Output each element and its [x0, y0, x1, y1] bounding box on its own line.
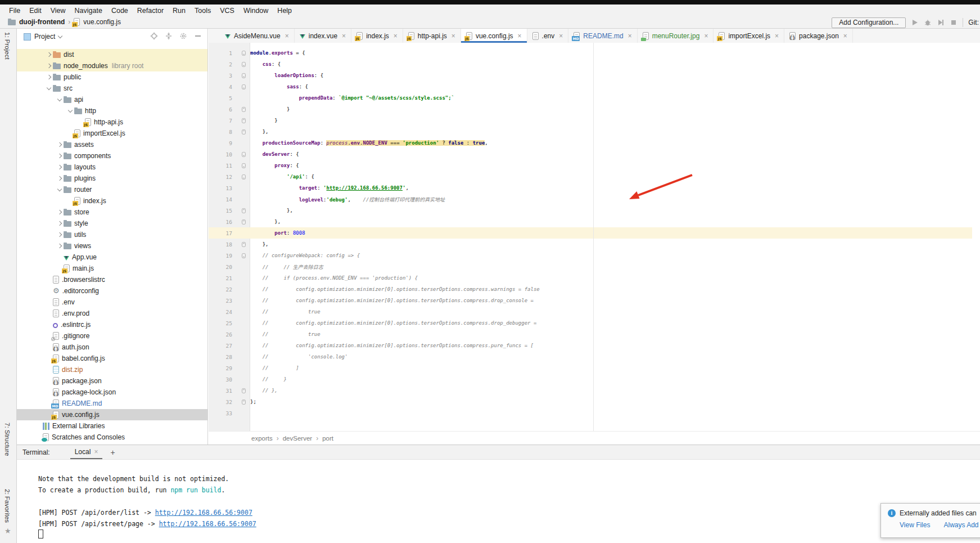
debug-icon[interactable]	[924, 19, 932, 26]
code-line[interactable]: 26 // true	[209, 329, 980, 340]
fold-marker-icon[interactable]	[237, 84, 250, 89]
code-line[interactable]: 15 },	[209, 205, 980, 216]
code-line[interactable]: 25 // config.optimization.minimizer[0].o…	[209, 317, 980, 329]
chevron-right-icon[interactable]	[56, 210, 64, 214]
tree-item-readme-md[interactable]: MDREADME.md	[17, 398, 207, 409]
terminal-tab-local[interactable]: Local ×	[70, 445, 103, 459]
code-line[interactable]: 29 // ]	[209, 362, 980, 374]
tree-item-assets[interactable]: assets	[17, 139, 207, 150]
tree-item-importexcel-js[interactable]: JSimportExcel.js	[17, 128, 207, 139]
favorites-star-icon[interactable]: ★	[4, 527, 11, 535]
terminal-output[interactable]: Note that the development build is not o…	[17, 460, 980, 541]
fold-marker-icon[interactable]	[237, 174, 250, 179]
terminal-url-link[interactable]: http://192.168.66.56:9007	[159, 520, 256, 528]
code-line[interactable]: 33	[209, 407, 980, 419]
code-line[interactable]: 4 sass: {	[209, 81, 980, 92]
chevron-down-icon[interactable]	[56, 189, 64, 191]
tree-item-dist-zip[interactable]: dist.zip	[17, 364, 207, 375]
tree-item-api[interactable]: api	[17, 94, 207, 105]
code-line[interactable]: 22 // config.optimization.minimizer[0].o…	[209, 284, 980, 295]
code-line[interactable]: 19 // configureWebpack: config => {	[209, 250, 980, 261]
tree-item--eslintrc-js[interactable]: .eslintrc.js	[17, 319, 207, 330]
run-icon[interactable]	[911, 19, 919, 26]
fold-marker-icon[interactable]	[237, 253, 250, 258]
tree-item-index-js[interactable]: JSindex.js	[17, 195, 207, 207]
menu-item-code[interactable]: Code	[107, 7, 133, 15]
code-line[interactable]: 28 // 'console.log'	[209, 351, 980, 362]
hide-panel-icon[interactable]	[194, 32, 202, 40]
breadcrumb-file[interactable]: vue.config.js	[83, 18, 121, 26]
code-line[interactable]: 10 devServer: {	[209, 149, 980, 160]
menu-item-refactor[interactable]: Refactor	[133, 7, 168, 15]
editor-tab-http-api-js[interactable]: JShttp-api.js×	[403, 29, 461, 43]
code-line[interactable]: 18 },	[209, 239, 980, 250]
menu-item-tools[interactable]: Tools	[190, 7, 215, 15]
editor-tab-package-json[interactable]: {}package.json×	[784, 29, 853, 43]
fold-marker-icon[interactable]	[237, 73, 250, 78]
fold-marker-icon[interactable]	[237, 129, 250, 134]
editor-tab-index-js[interactable]: JSindex.js×	[351, 29, 403, 43]
tree-item-store[interactable]: store	[17, 207, 207, 218]
tree-item-package-json[interactable]: {}package.json	[17, 375, 207, 387]
code-line[interactable]: 30 // }	[209, 374, 980, 385]
close-icon[interactable]: ×	[518, 32, 522, 40]
chevron-right-icon[interactable]	[56, 244, 64, 248]
project-panel-title[interactable]: Project	[34, 33, 55, 41]
editor-tab--env[interactable]: .env×	[527, 29, 569, 43]
new-terminal-icon[interactable]: +	[110, 448, 115, 457]
tree-item-style[interactable]: style	[17, 218, 207, 229]
code-line[interactable]: 20 // // 生产去除日志	[209, 261, 980, 272]
editor-tab-index-vue[interactable]: index.vue×	[295, 29, 351, 43]
fold-marker-icon[interactable]	[237, 62, 250, 67]
code-line[interactable]: 14 logLevel:'debug', //控制台终端打印代理前的真实地址	[209, 194, 980, 205]
settings-icon[interactable]	[179, 32, 187, 40]
fold-marker-icon[interactable]	[237, 242, 250, 247]
tree-item-app-vue[interactable]: App.vue	[17, 252, 207, 263]
code-line[interactable]: 11 proxy: {	[209, 160, 980, 171]
tree-item-node-modules[interactable]: node_moduleslibrary root	[17, 60, 207, 71]
editor-breadcrumb-exports[interactable]: exports	[251, 435, 273, 442]
tree-item-package-lock-json[interactable]: {}package-lock.json	[17, 387, 207, 398]
editor-tab-vue-config-js[interactable]: JSvue.config.js×	[461, 29, 527, 43]
menu-item-file[interactable]: File	[4, 7, 25, 15]
tree-item-scratches-and-consoles[interactable]: Scratches and Consoles	[17, 432, 207, 443]
collapse-all-icon[interactable]	[165, 32, 173, 40]
tree-item--editorconfig[interactable]: ⚙.editorconfig	[17, 285, 207, 297]
editor-tab-importexcel-js[interactable]: JSimportExcel.js×	[713, 29, 784, 43]
code-line[interactable]: 2 css: {	[209, 59, 980, 70]
fold-marker-icon[interactable]	[237, 163, 250, 168]
editor-breadcrumb-devServer[interactable]: devServer	[283, 435, 312, 442]
fold-marker-icon[interactable]	[237, 219, 250, 225]
editor-tab-asidemenu-vue[interactable]: AsideMenu.vue×	[220, 29, 295, 43]
close-icon[interactable]: ×	[451, 32, 455, 40]
chevron-right-icon[interactable]	[45, 75, 53, 79]
chevron-right-icon[interactable]	[45, 64, 53, 68]
tree-item-utils[interactable]: utils	[17, 229, 207, 240]
tree-item-main-js[interactable]: JSmain.js	[17, 263, 207, 274]
tree-item-http[interactable]: http	[17, 105, 207, 116]
fold-marker-icon[interactable]	[237, 208, 250, 213]
code-line[interactable]: 12 '/api': {	[209, 171, 980, 182]
chevron-right-icon[interactable]	[56, 154, 64, 158]
tree-item-plugins[interactable]: plugins	[17, 173, 207, 184]
code-line[interactable]: 7 }	[209, 115, 980, 126]
tree-item-router[interactable]: router	[17, 184, 207, 195]
code-line[interactable]: 21 // if (process.env.NODE_ENV === 'prod…	[209, 272, 980, 284]
code-line[interactable]: 16 },	[209, 216, 980, 227]
code-line[interactable]: 24 // true	[209, 306, 980, 317]
menu-item-run[interactable]: Run	[168, 7, 190, 15]
tree-item-http-api-js[interactable]: JShttp-api.js	[17, 116, 207, 128]
close-icon[interactable]: ×	[704, 32, 708, 40]
close-icon[interactable]: ×	[394, 32, 398, 40]
tool-window-tab-structure[interactable]: 7: Structure	[4, 423, 11, 456]
code-line[interactable]: 23 // config.optimization.minimizer[0].o…	[209, 295, 980, 306]
code-line[interactable]: 9 productionSourceMap: process.env.NODE_…	[209, 137, 980, 149]
fold-marker-icon[interactable]	[237, 107, 250, 112]
chevron-down-icon[interactable]	[45, 87, 53, 89]
chevron-right-icon[interactable]	[45, 53, 53, 56]
close-icon[interactable]: ×	[628, 32, 632, 40]
chevron-down-icon[interactable]	[56, 98, 64, 101]
code-line[interactable]: 17 port: 8008	[209, 227, 980, 239]
git-branch-widget[interactable]: Git:	[968, 19, 979, 26]
chevron-down-icon[interactable]	[66, 110, 74, 112]
